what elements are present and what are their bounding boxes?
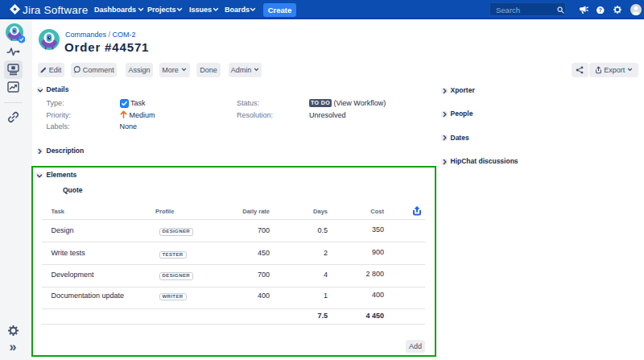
svg-text:?: ? bbox=[599, 7, 602, 14]
